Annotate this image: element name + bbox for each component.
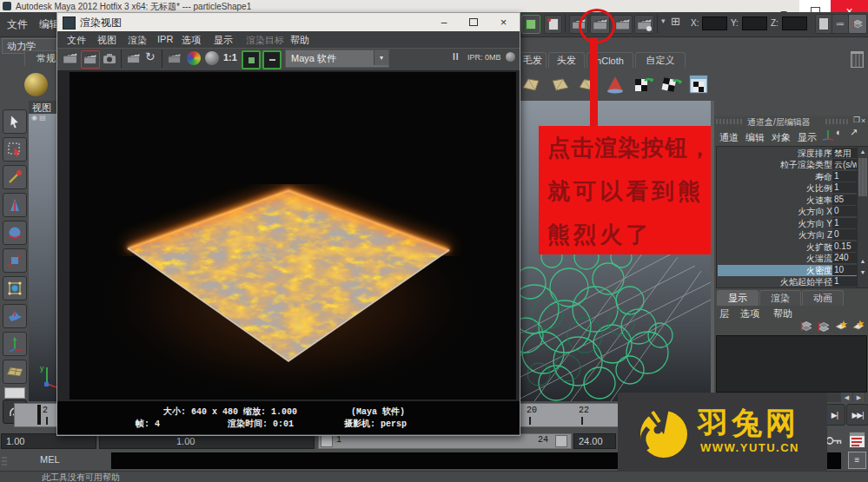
layer-menu-options[interactable]: 选项 [740, 307, 759, 320]
rv-renderer-dropdown-arrow-icon[interactable]: ▾ [374, 50, 388, 65]
shelf-icon-cone[interactable] [603, 72, 627, 96]
paint-select-tool[interactable] [3, 165, 27, 189]
snap-grid-icon[interactable]: ⊞ [671, 15, 680, 28]
soft-modification-tool[interactable] [3, 304, 27, 328]
scroll-left-icon[interactable]: ◀ [841, 393, 852, 402]
shelf-icon-polygon-1[interactable] [520, 72, 544, 96]
scroll-up-icon[interactable]: ▲ [858, 256, 868, 267]
shelf-tab-custom[interactable]: 自定义 [635, 52, 686, 68]
chevron-down-icon[interactable]: ▾ [661, 17, 666, 25]
speed-toggle-icon[interactable]: ◐ [836, 127, 842, 137]
channel-value-field[interactable]: 云(s/w) [832, 159, 858, 169]
render-view-window[interactable]: 渲染视图 – × 文件 视图 渲染 IPR 选项 显示 渲染目标 帮助 ↻ 1:… [56, 12, 520, 436]
shelf-icon-checker-window[interactable] [686, 72, 711, 96]
render-view-maximize-button[interactable] [459, 13, 488, 31]
channel-value-field[interactable]: 1 [832, 218, 858, 228]
go-to-end-button[interactable]: ▶▶| [846, 404, 868, 426]
tool-settings-toggle-icon[interactable]: ≔ [832, 14, 849, 34]
rv-renderer-dropdown[interactable]: Maya 软件 ▾ [285, 50, 389, 68]
scroll-right-icon[interactable]: ▶ [853, 393, 865, 402]
viewport-menu-view[interactable]: 视图 [32, 102, 51, 115]
new-layer-from-selected-icon[interactable] [851, 320, 865, 336]
channel-row[interactable]: 火比例1 [718, 182, 857, 194]
rv-menu-render[interactable]: 渲染 [128, 34, 147, 47]
channel-row[interactable]: 寿命1 [718, 171, 857, 182]
channel-value-field[interactable]: 10 [832, 265, 858, 275]
select-tool[interactable] [3, 109, 27, 134]
channel-row-selected[interactable]: 火密度10 [718, 265, 857, 276]
command-line-grip[interactable] [2, 455, 7, 465]
scroll-up-icon[interactable]: ▲ [858, 147, 868, 157]
channel-row[interactable]: 火速率85 [718, 195, 857, 206]
rv-menu-options[interactable]: 选项 [182, 34, 201, 47]
channel-row[interactable]: 深度排序禁用 [718, 148, 857, 159]
layer-tab-display[interactable]: 显示 [717, 290, 759, 306]
rv-remove-image-icon[interactable] [262, 50, 282, 69]
end-time-field[interactable]: 24.00 [573, 433, 616, 449]
rv-menu-file[interactable]: 文件 [67, 34, 86, 47]
manipulator-mini-icon[interactable] [822, 129, 834, 141]
current-frame-indicator[interactable] [37, 405, 41, 425]
rv-menu-ipr[interactable]: IPR [157, 34, 173, 44]
channel-menu-edit[interactable]: 编辑 [745, 131, 765, 144]
dock-window-icon[interactable]: ❐ [853, 116, 860, 124]
channel-scrollbar[interactable]: ▲ ▲ ▼ [857, 146, 868, 288]
rv-menu-view[interactable]: 视图 [97, 34, 116, 47]
shelf-item-sphere-icon[interactable] [24, 73, 48, 96]
rv-alpha-channel-icon[interactable] [205, 51, 219, 65]
ipr-render-icon[interactable] [613, 15, 633, 34]
rv-ipr-render-icon[interactable] [125, 50, 142, 67]
channel-value-field[interactable]: 0.15 [832, 241, 858, 252]
channel-value-field[interactable]: 0 [832, 229, 858, 240]
shelf-tab-fur[interactable]: 毛发 [519, 52, 547, 68]
render-view-close-button[interactable]: × [488, 13, 519, 31]
auto-keyframe-icon[interactable] [825, 435, 843, 446]
channel-box-toggle-icon[interactable] [848, 14, 867, 34]
shelf-icon-checker-2[interactable] [659, 72, 683, 96]
layer-move-down-icon[interactable] [817, 320, 831, 336]
channel-row[interactable]: 火扩散0.15 [718, 241, 857, 253]
y-coordinate-input[interactable] [742, 17, 767, 30]
shelf-trash-icon[interactable] [851, 51, 864, 68]
attribute-editor-toggle-icon[interactable] [815, 14, 832, 34]
channel-row[interactable]: 火方向 Y1 [718, 218, 857, 229]
lasso-tool[interactable] [3, 137, 27, 162]
layer-tab-anim[interactable]: 动画 [802, 290, 844, 306]
universal-manipulator-tool[interactable] [3, 276, 27, 300]
rv-region-render-icon[interactable] [166, 50, 183, 67]
rv-menu-help[interactable]: 帮助 [290, 34, 309, 47]
channel-row[interactable]: 火方向 X0 [718, 206, 857, 217]
new-empty-layer-icon[interactable] [834, 320, 848, 336]
channel-box-grip[interactable] [825, 119, 850, 124]
z-coordinate-input[interactable] [782, 17, 807, 30]
shelf-icon-polygon-2[interactable] [547, 72, 572, 96]
layer-list[interactable] [716, 335, 867, 393]
channel-menu-object[interactable]: 对象 [772, 131, 791, 144]
rv-redo-render-icon[interactable] [62, 50, 79, 67]
x-coordinate-input[interactable] [702, 17, 727, 30]
scroll-down-icon[interactable]: ▼ [858, 267, 868, 278]
channel-row[interactable]: 火方向 Z0 [718, 229, 857, 241]
rv-refresh-ipr-icon[interactable]: ↻ [145, 50, 156, 63]
rv-rgb-channels-icon[interactable] [187, 51, 201, 65]
channel-menu-show[interactable]: 显示 [798, 131, 817, 144]
shelf-tab-hair[interactable]: 头发 [548, 52, 585, 68]
rv-keep-image-icon[interactable] [242, 50, 261, 69]
move-tool[interactable] [3, 193, 27, 217]
rv-ratio-label[interactable]: 1:1 [223, 52, 237, 63]
rotate-tool[interactable] [3, 221, 27, 245]
script-editor-icon[interactable]: ≡ [848, 452, 866, 469]
rv-pause-ipr-icon[interactable]: II [453, 52, 460, 62]
channel-value-field[interactable]: 240 [832, 253, 858, 263]
channel-value-field[interactable]: 1 [832, 276, 858, 287]
range-slider-right-handle[interactable] [555, 435, 567, 447]
channel-menu-channels[interactable]: 通道 [719, 131, 739, 144]
shelf-icon-checker-1[interactable] [631, 72, 655, 96]
layer-move-up-icon[interactable] [799, 320, 813, 336]
range-slider-left-handle[interactable] [321, 435, 333, 447]
scene-notes-icon[interactable] [544, 15, 562, 34]
channel-value-field[interactable]: 1 [832, 182, 858, 193]
rv-snapshot-icon[interactable] [101, 50, 118, 67]
channel-value-field[interactable]: 1 [832, 171, 858, 182]
layer-menu-layers[interactable]: 层 [719, 307, 729, 320]
